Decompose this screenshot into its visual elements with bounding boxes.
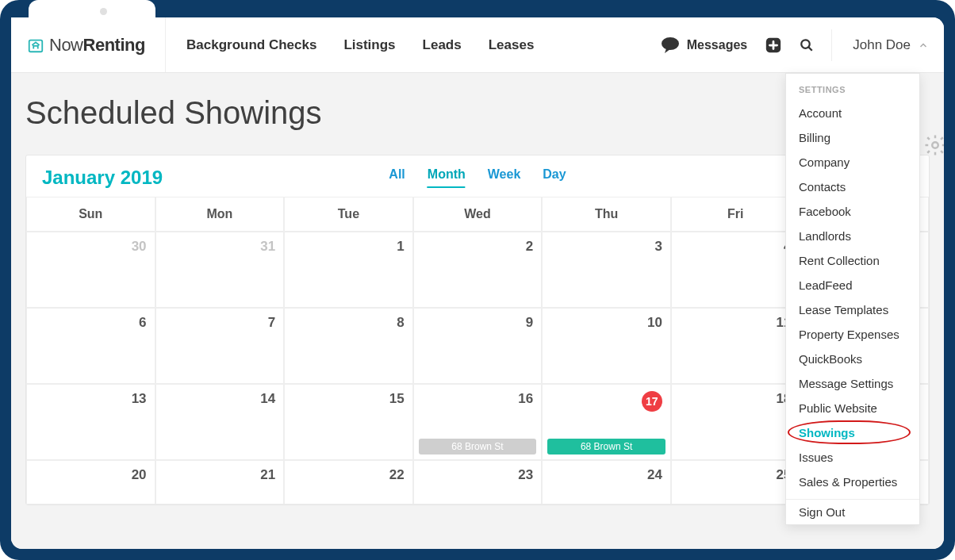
calendar-month-label: January 2019 [42,167,163,189]
dropdown-item-property-expenses[interactable]: Property Expenses [786,322,919,347]
dropdown-item-showings[interactable]: Showings [786,420,919,445]
day-cell[interactable]: 6 [26,308,155,384]
day-number: 22 [293,467,405,483]
day-cell[interactable]: 21 [155,460,285,504]
view-all[interactable]: All [389,167,405,188]
view-month[interactable]: Month [428,167,466,188]
day-number: 1 [293,239,405,255]
chat-icon [660,36,681,55]
view-week[interactable]: Week [488,167,521,188]
dropdown-item-billing[interactable]: Billing [786,125,919,150]
chevron-up-icon [919,40,928,50]
logo[interactable]: NowRenting [11,17,166,72]
day-cell[interactable]: 31 [155,232,285,308]
dropdown-item-leadfeed[interactable]: LeadFeed [786,273,919,297]
browser-tab [29,0,155,19]
dropdown-item-issues[interactable]: Issues [786,445,919,470]
nav-background-checks[interactable]: Background Checks [186,37,316,53]
day-number: 23 [422,467,534,483]
day-cell[interactable]: 18 [671,384,800,460]
day-cell[interactable]: 7 [155,308,285,384]
dow-fri: Fri [671,197,800,232]
dow-tue: Tue [284,197,413,232]
day-number: 21 [164,467,276,483]
day-cell[interactable]: 8 [284,308,413,384]
svg-point-4 [932,142,938,148]
calendar-event[interactable]: 68 Brown St [547,439,665,455]
dropdown-item-quickbooks[interactable]: QuickBooks [786,347,919,371]
day-number: 20 [35,467,147,483]
day-cell[interactable]: 30 [26,232,155,308]
house-icon [27,36,44,54]
search-icon[interactable] [800,38,814,52]
highlight-oval [788,420,911,444]
user-name: John Doe [853,37,911,53]
logo-text: NowRenting [49,35,145,56]
messages-link[interactable]: Messages [660,36,748,55]
day-number: 18 [680,391,792,407]
dow-wed: Wed [413,197,543,232]
dropdown-item-account[interactable]: Account [786,101,919,125]
day-cell[interactable]: 25 [671,460,800,504]
day-cell[interactable]: 13 [26,384,155,460]
day-cell[interactable]: 4 [671,232,800,308]
calendar-event[interactable]: 68 Brown St [419,439,537,455]
day-cell[interactable]: 22 [284,460,413,504]
day-number: 6 [35,315,147,331]
dropdown-item-landlords[interactable]: Landlords [786,224,919,248]
day-cell[interactable]: 10 [542,308,671,384]
day-cell[interactable]: 2 [413,232,543,308]
svg-point-3 [801,40,810,48]
dropdown-item-facebook[interactable]: Facebook [786,199,919,224]
gear-icon[interactable] [923,133,944,157]
topbar: NowRenting Background Checks Listings Le… [11,17,944,73]
day-cell[interactable]: 14 [155,384,285,460]
dropdown-section-label: SETTINGS [786,74,919,101]
day-number: 8 [293,315,405,331]
day-number: 31 [164,239,276,255]
topbar-right: Messages John Doe [660,29,944,61]
add-icon[interactable] [765,36,782,54]
day-cell[interactable]: 20 [26,460,155,504]
day-number: 24 [550,467,662,483]
dropdown-item-public-website[interactable]: Public Website [786,396,919,420]
day-number: 7 [164,315,276,331]
dropdown-item-sales-properties[interactable]: Sales & Properties [786,470,919,494]
dropdown-item-message-settings[interactable]: Message Settings [786,371,919,396]
day-cell[interactable]: 15 [284,384,413,460]
today-badge: 17 [642,391,662,412]
messages-label: Messages [687,38,748,52]
dropdown-signout[interactable]: Sign Out [786,500,919,524]
day-cell[interactable]: 23 [413,460,543,504]
day-number: 9 [422,315,534,331]
dropdown-item-company[interactable]: Company [786,150,919,175]
day-cell[interactable]: 3 [542,232,671,308]
day-cell[interactable]: 9 [413,308,543,384]
nav-leads[interactable]: Leads [423,37,462,53]
day-cell[interactable]: 24 [542,460,671,504]
day-cell[interactable]: 1 [284,232,413,308]
day-number: 25 [680,467,792,483]
nav-leases[interactable]: Leases [489,37,535,53]
main-nav: Background Checks Listings Leads Leases [166,37,554,53]
viewport: NowRenting Background Checks Listings Le… [11,17,944,549]
day-number: 30 [35,239,147,255]
dropdown-item-lease-templates[interactable]: Lease Templates [786,297,919,322]
day-cell[interactable]: 1668 Brown St [413,384,543,460]
dow-mon: Mon [155,197,285,232]
dow-thu: Thu [542,197,671,232]
dropdown-item-contacts[interactable]: Contacts [786,175,919,199]
dropdown-item-rent-collection[interactable]: Rent Collection [786,248,919,273]
day-cell[interactable]: 11 [671,308,800,384]
nav-listings[interactable]: Listings [343,37,395,53]
day-cell[interactable]: 1768 Brown St [542,384,671,460]
day-number: 2 [422,239,534,255]
view-day[interactable]: Day [543,167,566,188]
day-number: 13 [35,391,147,407]
day-number: 11 [680,315,792,331]
day-number: 4 [680,239,792,255]
user-menu-trigger[interactable]: John Doe [831,29,928,61]
user-dropdown: SETTINGS AccountBillingCompanyContactsFa… [785,73,920,525]
day-number: 3 [550,239,662,255]
day-number: 16 [422,391,534,407]
